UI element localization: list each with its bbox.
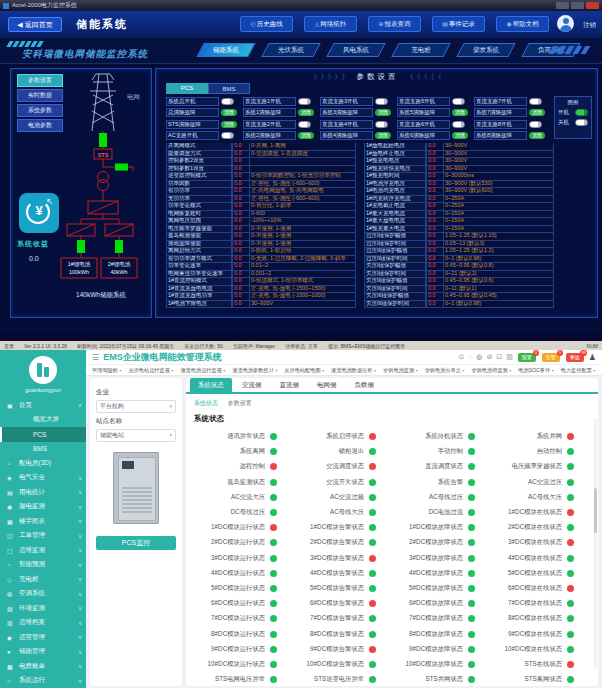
param-value[interactable]: 0.0: [232, 188, 250, 196]
menu-item[interactable]: 光伏电站运行监视 ▾: [128, 367, 173, 374]
sidebar-item[interactable]: 概览大屏: [0, 413, 86, 428]
param-value[interactable]: 0.0: [426, 203, 444, 211]
sidebar-item[interactable]: ▦ 楼宇图表 ∨: [0, 514, 86, 529]
param-value[interactable]: 0.0: [232, 166, 250, 174]
param-value[interactable]: 0.0: [426, 301, 444, 309]
system-tab[interactable]: 光伏系统: [261, 43, 320, 57]
param-value[interactable]: 0.0: [232, 226, 250, 234]
param-value[interactable]: 0.0: [426, 293, 444, 301]
toggle-control[interactable]: 清除: [529, 109, 545, 116]
menu-burger-icon[interactable]: ☰: [92, 353, 99, 362]
param-value[interactable]: 0.0: [426, 256, 444, 264]
param-value[interactable]: 0.0: [232, 271, 250, 279]
menu-item[interactable]: 液流电池数据分析 ▾: [331, 367, 376, 374]
param-value[interactable]: 0.0: [232, 278, 250, 286]
menu-item[interactable]: 全钒电池组监测 ▾: [471, 367, 511, 374]
sidebar-item[interactable]: ◈ 电气安全 ∨: [0, 471, 86, 486]
sidebar-item[interactable]: ◆ 运营管理 ∨: [0, 630, 86, 645]
toggle-control[interactable]: [375, 121, 388, 128]
system-tab[interactable]: 柴发系统: [456, 43, 515, 57]
company-select[interactable]: 平台机构▾: [96, 400, 176, 413]
param-value[interactable]: 0.0: [426, 173, 444, 181]
param-value[interactable]: 0.0: [426, 158, 444, 166]
menu-item[interactable]: 液流电池参数统计 ▾: [232, 367, 277, 374]
toolbar-button[interactable]: ◉帮助文档: [496, 16, 549, 32]
param-value[interactable]: 0.0: [426, 233, 444, 241]
status-tab[interactable]: 交流侧: [234, 378, 270, 392]
toolbar-button[interactable]: ◴历史曲线: [240, 16, 293, 32]
user-icon[interactable]: ♟: [589, 353, 596, 362]
header-icon[interactable]: ⊙: [458, 353, 464, 361]
menu-item[interactable]: 液流电池运行监视 ▾: [180, 367, 225, 374]
toggle-control[interactable]: 清除: [452, 109, 468, 116]
header-icon[interactable]: ◍: [476, 353, 482, 361]
param-value[interactable]: 0.0: [232, 241, 250, 249]
sidebar-item[interactable]: ▨ 环境监测 ∨: [0, 601, 86, 616]
sidebar-item[interactable]: ▤ 用电统计 ∨: [0, 485, 86, 500]
toggle-control[interactable]: [298, 98, 311, 105]
param-value[interactable]: 0.0: [232, 151, 250, 159]
param-value[interactable]: 0.0: [232, 286, 250, 294]
sidebar-item[interactable]: ◔ 智能预测 ∨: [0, 558, 86, 573]
tab-pcs[interactable]: PCS: [166, 83, 208, 94]
toggle-control[interactable]: [529, 121, 542, 128]
param-value[interactable]: 0.0: [426, 151, 444, 159]
back-home-button[interactable]: ◀ 返回首页: [8, 17, 62, 32]
param-value[interactable]: 0.0: [232, 233, 250, 241]
alarm-badge[interactable]: 事故99: [566, 353, 584, 362]
menu-item[interactable]: 电力监控配置 ▾: [561, 367, 596, 374]
sidebar-item[interactable]: BMS: [0, 442, 86, 457]
toolbar-button[interactable]: ◬网络拓扑: [304, 16, 357, 32]
toolbar-button[interactable]: ⊕报表查询: [368, 16, 421, 32]
logout-button[interactable]: 注销: [583, 21, 596, 30]
toggle-control[interactable]: [529, 98, 542, 105]
toggle-control[interactable]: [298, 121, 311, 128]
param-value[interactable]: 0.0: [426, 248, 444, 256]
param-value[interactable]: 0.0: [426, 241, 444, 249]
toggle-control[interactable]: 清除: [452, 132, 468, 139]
param-value[interactable]: 0.0: [426, 181, 444, 189]
menu-item[interactable]: 全钒电池分单元 ▾: [425, 367, 465, 374]
sidebar-item[interactable]: ◉ 漏电监测 ∨: [0, 500, 86, 515]
header-icon[interactable]: ◌: [468, 353, 472, 361]
param-value[interactable]: 0.0: [426, 263, 444, 271]
sidebar-item[interactable]: ▥ 运维档案 ∨: [0, 616, 86, 631]
menu-item[interactable]: 电池SOC事件 ▾: [518, 367, 553, 374]
param-value[interactable]: 0.0: [232, 196, 250, 204]
toggle-control[interactable]: 清除: [529, 132, 545, 139]
param-value[interactable]: 0.0: [232, 256, 250, 264]
param-value[interactable]: 0.0: [426, 278, 444, 286]
toggle-control[interactable]: [221, 132, 234, 139]
sidebar-item[interactable]: ○ 系统运行 ∨: [0, 674, 86, 688]
status-tab[interactable]: 直流侧: [272, 378, 308, 392]
sidebar-item[interactable]: ◫ 工单管理 ∨: [0, 529, 86, 544]
param-value[interactable]: 0.0: [232, 248, 250, 256]
maximize-button[interactable]: [571, 2, 584, 9]
avatar[interactable]: [557, 15, 574, 32]
system-tab[interactable]: 储能系统: [196, 43, 255, 57]
toolbar-button[interactable]: ▤事件记录: [432, 16, 485, 32]
tab-bms[interactable]: BMS: [208, 83, 250, 94]
scrollbar[interactable]: [594, 418, 597, 668]
sidebar-item[interactable]: ● 储能管理 ∨: [0, 645, 86, 660]
param-value[interactable]: 0.0: [232, 218, 250, 226]
site-select[interactable]: 储能电站▾: [96, 429, 176, 442]
status-tab[interactable]: 负载侧: [347, 378, 383, 392]
sidebar-item[interactable]: ⌂ 配电房(3D): [0, 456, 86, 471]
param-value[interactable]: 0.0: [232, 263, 250, 271]
header-icon[interactable]: ⊡: [496, 353, 502, 361]
alarm-badge[interactable]: 告警5: [542, 353, 560, 362]
status-tab[interactable]: 系统状态: [190, 378, 232, 392]
menu-item[interactable]: 管理驾驶舱 ▾: [92, 367, 121, 374]
menu-item[interactable]: 全钒电池监测 ▾: [383, 367, 418, 374]
param-value[interactable]: 0.0: [426, 226, 444, 234]
param-value[interactable]: 0.0: [232, 203, 250, 211]
sidebar-item[interactable]: ▢ 运维监测 ∨: [0, 543, 86, 558]
param-value[interactable]: 0.0: [426, 211, 444, 219]
sidebar-item[interactable]: PCS: [0, 427, 86, 442]
param-value[interactable]: 0.0: [426, 286, 444, 294]
param-value[interactable]: 0.0: [232, 158, 250, 166]
system-tab[interactable]: 充电桩: [391, 43, 450, 57]
menu-item[interactable]: 光伏电站配电图 ▾: [284, 367, 324, 374]
toggle-control[interactable]: [452, 121, 465, 128]
